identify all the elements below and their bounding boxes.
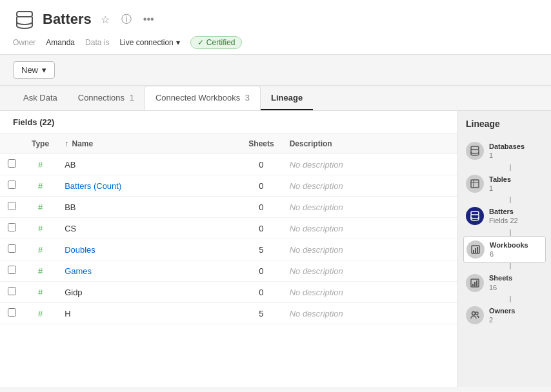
field-type: # [24, 197, 57, 218]
svg-rect-9 [477, 247, 478, 253]
table-row: #Doubles5No description [0, 239, 457, 260]
lineage-node-workbooks[interactable]: Workbooks6 [463, 236, 546, 264]
row-checkbox[interactable] [0, 218, 24, 239]
name-column-header: ↑ Name [57, 134, 241, 154]
connection-selector[interactable]: Live connection ▾ [119, 38, 179, 47]
chart-icon [466, 274, 484, 292]
sort-arrow-icon: ↑ [65, 139, 68, 148]
main-content: Fields (22) Type ↑ Name Sheets Descripti… [0, 111, 551, 387]
lineage-side-panel: Lineage Databases1 Tables1 BattersFields… [457, 111, 551, 387]
svg-rect-7 [473, 250, 474, 253]
toolbar: New ▾ [0, 55, 551, 86]
row-checkbox[interactable] [0, 197, 24, 218]
field-sheets: 0 [241, 175, 281, 197]
new-button[interactable]: New ▾ [13, 61, 55, 79]
people-icon [466, 306, 484, 324]
lineage-connector [510, 263, 511, 270]
data-label: Data is [85, 38, 109, 47]
field-name[interactable]: H [57, 303, 241, 324]
lineage-node-count: 6 [490, 250, 494, 258]
field-description: No description [282, 303, 457, 324]
certified-label: Certified [206, 38, 235, 47]
svg-point-14 [472, 312, 476, 315]
lineage-items: Databases1 Tables1 BattersFields 22 Work… [463, 138, 546, 329]
tab-lineage[interactable]: Lineage [261, 86, 313, 110]
row-checkbox[interactable] [0, 154, 24, 175]
field-name[interactable]: Batters (Count) [57, 175, 241, 197]
tab-connections[interactable]: Connections 1 [68, 86, 145, 110]
row-checkbox[interactable] [0, 303, 24, 324]
svg-rect-11 [472, 284, 474, 286]
field-type: # [24, 239, 57, 260]
chart-icon [466, 240, 485, 259]
svg-rect-1 [471, 146, 479, 150]
field-description: No description [282, 175, 457, 197]
svg-rect-0 [17, 12, 32, 17]
table-header-row: Type ↑ Name Sheets Description [0, 134, 457, 154]
svg-rect-2 [471, 180, 479, 188]
svg-point-15 [476, 312, 478, 315]
field-description: No description [282, 239, 457, 260]
field-name[interactable]: CS [57, 218, 241, 239]
lineage-node-batters[interactable]: BattersFields 22 [463, 203, 546, 230]
certified-badge: ✓ Certified [190, 36, 243, 49]
field-name[interactable]: AB [57, 154, 241, 175]
page-title: Batters [43, 11, 92, 28]
db-icon [466, 142, 484, 160]
lineage-node-count: Fields 22 [489, 217, 518, 224]
description-column-header: Description [282, 134, 457, 154]
row-checkbox[interactable] [0, 239, 24, 260]
field-description: No description [282, 260, 457, 282]
meta-row: Owner Amanda Data is Live connection ▾ ✓… [13, 36, 538, 49]
info-button[interactable]: ⓘ [119, 12, 134, 28]
field-name[interactable]: Doubles [57, 239, 241, 260]
more-options-button[interactable]: ••• [141, 12, 157, 26]
lineage-node-name: Tables [489, 175, 511, 184]
field-name[interactable]: BB [57, 197, 241, 218]
top-bar: Batters ☆ ⓘ ••• Owner Amanda Data is Liv… [0, 0, 551, 55]
favorite-button[interactable]: ☆ [98, 12, 112, 27]
field-sheets: 5 [241, 239, 281, 260]
svg-rect-8 [475, 248, 476, 253]
field-type: # [24, 154, 57, 175]
lineage-node-owners[interactable]: Owners2 [463, 302, 546, 329]
field-type: # [24, 282, 57, 303]
dropdown-arrow-icon: ▾ [42, 65, 46, 75]
lineage-node-name: Sheets [489, 273, 512, 282]
lineage-node-tables[interactable]: Tables1 [463, 171, 546, 197]
chevron-down-icon: ▾ [176, 38, 180, 47]
svg-rect-13 [476, 280, 477, 286]
field-description: No description [282, 282, 457, 303]
row-checkbox[interactable] [0, 175, 24, 197]
table-row: #AB0No description [0, 154, 457, 175]
checkmark-icon: ✓ [197, 38, 204, 47]
lineage-node-sheets[interactable]: Sheets16 [463, 270, 546, 296]
row-checkbox[interactable] [0, 282, 24, 303]
tabs-bar: Ask Data Connections 1 Connected Workboo… [0, 86, 551, 111]
field-sheets: 0 [241, 282, 281, 303]
table-row: #CS0No description [0, 218, 457, 239]
svg-rect-12 [474, 282, 476, 286]
lineage-node-count: 1 [489, 184, 493, 192]
row-checkbox[interactable] [0, 260, 24, 282]
connected-workbooks-count: 3 [245, 93, 250, 103]
lineage-connector [510, 164, 511, 171]
db-icon [466, 207, 484, 225]
lineage-node-count: 2 [489, 316, 493, 324]
new-button-label: New [21, 65, 38, 75]
field-name[interactable]: Gidp [57, 282, 241, 303]
tab-connected-workbooks[interactable]: Connected Workbooks 3 [145, 86, 261, 110]
lineage-node-count: 1 [489, 152, 493, 159]
fields-header: Fields (22) [0, 111, 457, 134]
owner-value: Amanda [46, 38, 75, 47]
field-description: No description [282, 154, 457, 175]
field-name[interactable]: Games [57, 260, 241, 282]
type-column-header: Type [24, 134, 57, 154]
table-row: #Batters (Count)0No description [0, 175, 457, 197]
tab-ask-data[interactable]: Ask Data [13, 86, 68, 110]
field-type: # [24, 218, 57, 239]
field-sheets: 0 [241, 260, 281, 282]
table-icon [466, 175, 484, 193]
table-row: #Gidp0No description [0, 282, 457, 303]
lineage-node-databases[interactable]: Databases1 [463, 138, 546, 164]
